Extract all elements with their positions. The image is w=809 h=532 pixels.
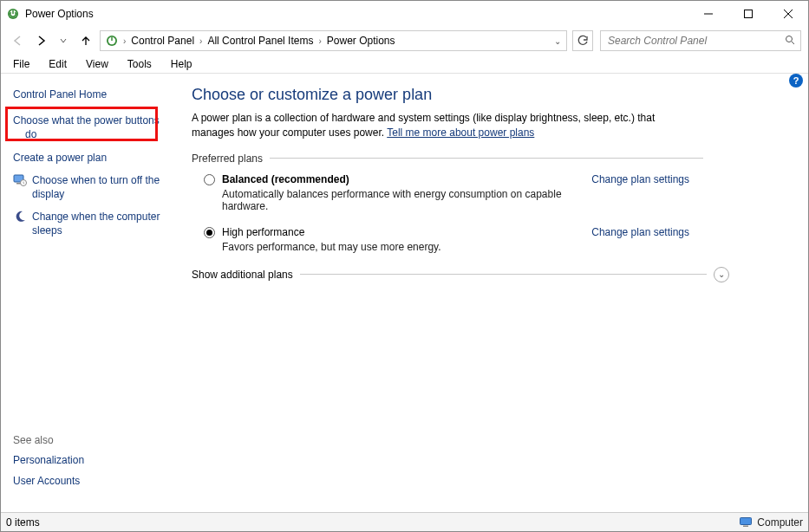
menu-file[interactable]: File bbox=[10, 56, 33, 72]
change-plan-settings-link[interactable]: Change plan settings bbox=[591, 173, 689, 185]
nav-back-button[interactable] bbox=[8, 30, 29, 51]
sidebar-item-create-plan[interactable]: Create a power plan bbox=[13, 151, 169, 165]
menu-view[interactable]: View bbox=[82, 56, 112, 72]
plan-high-performance: High performance Favors performance, but… bbox=[204, 226, 689, 253]
breadcrumb-item[interactable]: All Control Panel Items bbox=[204, 35, 316, 47]
show-additional-label: Show additional plans bbox=[192, 269, 293, 281]
preferred-plans-label: Preferred plans bbox=[192, 152, 786, 165]
divider bbox=[300, 274, 707, 275]
refresh-button[interactable] bbox=[572, 30, 593, 51]
status-bar: 0 items Computer bbox=[1, 512, 808, 531]
address-dropdown-button[interactable]: ⌄ bbox=[554, 36, 561, 46]
see-also-section: See also Personalization User Accounts bbox=[13, 434, 84, 495]
nav-forward-button[interactable] bbox=[30, 30, 51, 51]
menu-edit[interactable]: Edit bbox=[45, 56, 70, 72]
sidebar: Control Panel Home Choose what the power… bbox=[1, 74, 181, 512]
change-plan-settings-link[interactable]: Change plan settings bbox=[591, 226, 689, 238]
status-item-count: 0 items bbox=[6, 516, 40, 529]
control-panel-home-link[interactable]: Control Panel Home bbox=[13, 88, 169, 101]
radio-balanced[interactable] bbox=[204, 174, 215, 185]
close-button[interactable] bbox=[768, 1, 808, 27]
sidebar-item-label: Choose what the power buttons do bbox=[25, 114, 169, 141]
breadcrumb-item[interactable]: Power Options bbox=[323, 35, 399, 47]
sidebar-item-label: Create a power plan bbox=[25, 151, 107, 165]
control-panel-icon bbox=[104, 33, 120, 49]
title-bar: Power Options bbox=[1, 1, 808, 27]
maximize-button[interactable] bbox=[728, 1, 768, 27]
see-also-personalization[interactable]: Personalization bbox=[13, 453, 84, 467]
menu-tools[interactable]: Tools bbox=[124, 56, 155, 72]
minimize-button[interactable] bbox=[688, 1, 728, 27]
breadcrumb[interactable]: › Control Panel › All Control Panel Item… bbox=[100, 30, 567, 51]
menu-help[interactable]: Help bbox=[167, 56, 196, 72]
main-content: ? Choose or customize a power plan A pow… bbox=[181, 74, 808, 512]
plan-description: Favors performance, but may use more ene… bbox=[222, 241, 581, 253]
help-icon[interactable]: ? bbox=[789, 74, 803, 88]
svg-rect-10 bbox=[743, 525, 748, 527]
status-location-text: Computer bbox=[757, 516, 803, 529]
moon-icon bbox=[13, 210, 27, 224]
svg-rect-2 bbox=[745, 10, 753, 18]
show-additional-plans[interactable]: Show additional plans ⌄ bbox=[192, 267, 729, 282]
plan-name: High performance bbox=[222, 226, 581, 238]
chevron-down-icon[interactable]: ⌄ bbox=[714, 267, 729, 282]
svg-point-5 bbox=[786, 36, 793, 42]
chevron-right-icon[interactable]: › bbox=[198, 36, 204, 46]
plan-name: Balanced (recommended) bbox=[222, 173, 581, 185]
chevron-right-icon[interactable]: › bbox=[121, 36, 127, 46]
nav-up-button[interactable] bbox=[75, 30, 96, 51]
plan-description: Automatically balances performance with … bbox=[222, 188, 581, 212]
breadcrumb-item[interactable]: Control Panel bbox=[127, 35, 198, 47]
monitor-clock-icon bbox=[13, 173, 27, 187]
sidebar-item-display-off[interactable]: Choose when to turn off the display bbox=[13, 173, 169, 201]
page-title: Choose or customize a power plan bbox=[192, 86, 786, 104]
sidebar-item-label: Choose when to turn off the display bbox=[32, 173, 169, 201]
nav-recent-dropdown[interactable] bbox=[53, 30, 74, 51]
preferred-plans-text: Preferred plans bbox=[192, 152, 263, 165]
search-field[interactable] bbox=[606, 34, 785, 48]
sidebar-item-label: Change when the computer sleeps bbox=[32, 210, 169, 237]
search-icon[interactable] bbox=[785, 35, 795, 48]
see-also-user-accounts[interactable]: User Accounts bbox=[13, 474, 84, 488]
chevron-right-icon[interactable]: › bbox=[316, 36, 323, 46]
see-also-heading: See also bbox=[13, 434, 84, 446]
svg-rect-9 bbox=[740, 517, 752, 524]
radio-high-performance[interactable] bbox=[204, 227, 215, 238]
menu-bar: File Edit View Tools Help bbox=[1, 55, 808, 74]
sidebar-item-power-buttons[interactable]: Choose what the power buttons do bbox=[13, 114, 169, 141]
tell-me-more-link[interactable]: Tell me more about power plans bbox=[387, 127, 534, 139]
search-input[interactable] bbox=[600, 30, 801, 51]
power-options-icon bbox=[6, 7, 20, 21]
address-bar: › Control Panel › All Control Panel Item… bbox=[1, 27, 808, 55]
status-location: Computer bbox=[740, 516, 803, 529]
page-description: A power plan is a collection of hardware… bbox=[192, 111, 695, 140]
plan-balanced: Balanced (recommended) Automatically bal… bbox=[204, 173, 689, 212]
computer-icon bbox=[740, 517, 752, 528]
sidebar-item-sleep[interactable]: Change when the computer sleeps bbox=[13, 210, 169, 237]
window-title: Power Options bbox=[25, 8, 94, 20]
